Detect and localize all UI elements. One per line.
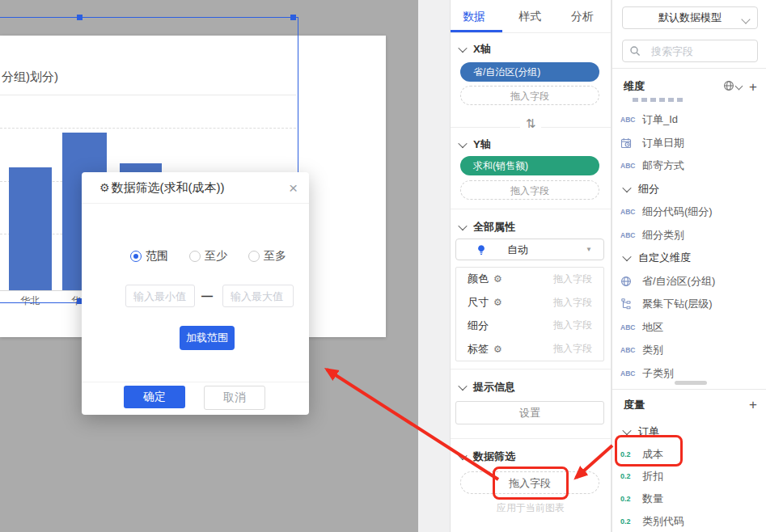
tab-analysis[interactable]: 分析 (571, 0, 594, 32)
radio-range[interactable]: 范围 (130, 249, 168, 264)
attribute-drop-zone[interactable]: 拖入字段 (553, 342, 592, 356)
y-axis-drop-zone[interactable]: 拖入字段 (460, 180, 599, 200)
geo-globe-icon[interactable] (723, 80, 734, 91)
text-field-icon: ABC (620, 346, 636, 354)
min-value-input[interactable] (125, 285, 195, 307)
tooltip-settings-button[interactable]: 设置 (455, 401, 604, 424)
list-scrollbar[interactable] (675, 381, 707, 385)
radio-dot-icon (248, 251, 260, 262)
text-field-icon: ABC (620, 162, 636, 170)
attribute-label: 标签 (468, 342, 489, 357)
field-item[interactable]: ABC子类别 (612, 365, 766, 382)
lightbulb-icon (476, 244, 487, 255)
x-axis-field-pill[interactable]: 省/自治区(分组) (460, 62, 599, 82)
x-axis-drop-zone[interactable]: 拖入字段 (460, 86, 599, 105)
selection-handle-top-right[interactable] (290, 15, 296, 20)
chevron-down-icon (622, 184, 631, 192)
caret-down-icon: ▼ (586, 246, 592, 253)
x-axis-section-header[interactable]: X轴 (459, 42, 491, 57)
field-group-header[interactable]: 自定义维度 (612, 250, 766, 266)
field-label: 子类别 (642, 366, 674, 381)
field-item[interactable]: 0.2成本 (612, 446, 766, 462)
add-measure-button[interactable]: + (749, 398, 757, 412)
fields-panel: 默认数据模型 维度 + ABC订单_Id订单日期ABC邮寄方式细分ABC细分代码… (612, 0, 766, 532)
field-item[interactable]: ABC类别 (612, 342, 766, 358)
field-label: 细分类别 (642, 228, 684, 243)
field-label: 订单日期 (642, 136, 684, 150)
data-filter-drop-zone[interactable]: 拖入字段 (460, 471, 599, 494)
field-item[interactable]: 订单日期 (612, 135, 766, 151)
text-field-icon: ABC (620, 116, 636, 124)
field-item[interactable]: 省/自治区(分组) (612, 273, 766, 289)
dialog-footer-divider (82, 382, 309, 382)
confirm-button[interactable]: 确定 (124, 386, 185, 408)
text-field-icon: ABC (620, 369, 636, 378)
field-item[interactable]: ABC细分类别 (612, 227, 766, 243)
section-title: X轴 (473, 42, 491, 57)
y-axis-field-pill[interactable]: 求和(销售额) (460, 156, 599, 175)
text-field-icon: ABC (620, 208, 636, 216)
attribute-row[interactable]: 尺寸⚙拖入字段 (456, 291, 603, 315)
y-axis-section-header[interactable]: Y轴 (459, 137, 491, 152)
attribute-row[interactable]: 标签⚙拖入字段 (456, 337, 603, 361)
field-item[interactable]: ABC细分代码(细分) (612, 204, 766, 220)
attribute-drop-zone[interactable]: 拖入字段 (553, 319, 592, 332)
caret-down-icon[interactable] (735, 82, 743, 91)
attribute-drop-zone[interactable]: 拖入字段 (553, 296, 592, 310)
measures-header: 度量 (624, 398, 645, 412)
chevron-down-icon (458, 451, 467, 460)
field-group-header[interactable]: 细分 (612, 181, 766, 197)
chevron-down-icon (458, 222, 467, 230)
search-input[interactable] (650, 44, 751, 58)
field-item[interactable]: ABC订单_Id (612, 112, 766, 128)
all-attributes-section-header[interactable]: 全部属性 (459, 220, 515, 234)
field-label: 地区 (642, 320, 663, 335)
color-scheme-select[interactable]: 自动 ▼ (455, 239, 604, 260)
field-item[interactable]: 0.2数量 (612, 491, 766, 507)
tooltip-section-header[interactable]: 提示信息 (459, 380, 515, 395)
field-item[interactable]: 0.2类别代码 (612, 513, 766, 530)
numeric-field-icon: 0.2 (620, 450, 636, 458)
max-value-input[interactable] (222, 285, 294, 307)
tab-data[interactable]: 数据 (463, 0, 485, 32)
chevron-down-icon (458, 44, 467, 53)
drill-icon (620, 298, 632, 310)
attribute-row[interactable]: 细分拖入字段 (456, 315, 603, 338)
chevron-down-icon (458, 382, 467, 391)
field-item[interactable]: ABC邮寄方式 (612, 158, 766, 174)
radio-label: 至少 (205, 249, 227, 264)
swap-axes-icon[interactable]: ⇅ (520, 114, 541, 133)
config-tabbar: 数据 样式 分析 (451, 0, 611, 33)
radio-dot-icon (130, 251, 142, 262)
cancel-button[interactable]: 取消 (204, 386, 265, 410)
attribute-row[interactable]: 颜色⚙拖入字段 (456, 268, 603, 291)
chevron-down-icon (458, 139, 467, 148)
data-filter-section-header[interactable]: 数据筛选 (459, 450, 515, 464)
field-item[interactable]: 聚集下钻(层级) (612, 296, 766, 312)
chevron-down-icon (622, 252, 631, 261)
gear-icon[interactable]: ⚙ (493, 344, 502, 355)
selection-handle-top[interactable] (77, 15, 83, 20)
load-range-button[interactable]: 加载范围 (180, 326, 235, 350)
attribute-drop-zone[interactable]: 拖入字段 (553, 272, 592, 286)
field-label: 聚集下钻(层级) (642, 297, 713, 311)
field-label: 细分代码(细分) (642, 205, 713, 219)
field-item[interactable]: 0.2折扣 (612, 468, 766, 484)
range-separator: — (200, 289, 214, 302)
radio-at-most[interactable]: 至多 (248, 249, 286, 264)
close-icon[interactable]: × (289, 180, 298, 196)
gear-icon[interactable]: ⚙ (493, 297, 502, 308)
tab-style[interactable]: 样式 (518, 0, 541, 32)
data-model-select[interactable]: 默认数据模型 (622, 6, 758, 29)
add-dimension-button[interactable]: + (749, 80, 757, 94)
field-label: 自定义维度 (638, 251, 691, 265)
data-filter-dialog: ⚙ 数据筛选(求和(成本)) × 范围 至少 至多 — 加载范围 确定 取消 (82, 172, 309, 415)
field-group-header[interactable]: 订单 (612, 424, 766, 440)
radio-at-least[interactable]: 至少 (189, 249, 227, 264)
divider (451, 369, 611, 369)
clipped-list-item[interactable] (633, 98, 686, 102)
attribute-label: 颜色 (468, 272, 489, 286)
gear-icon[interactable]: ⚙ (493, 273, 502, 285)
radio-dot-icon (189, 251, 201, 262)
field-item[interactable]: ABC地区 (612, 319, 766, 336)
